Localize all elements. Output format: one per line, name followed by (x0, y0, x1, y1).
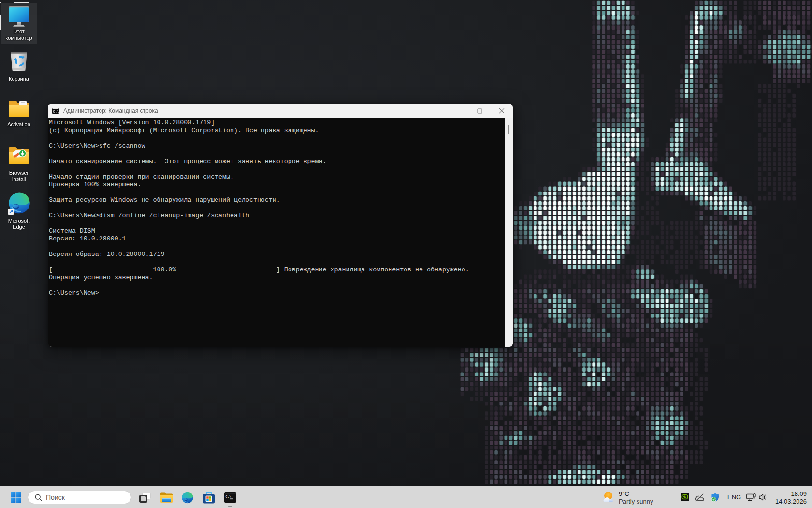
svg-text:C:\: C:\ (53, 110, 59, 114)
svg-text:C:\: C:\ (226, 495, 232, 499)
